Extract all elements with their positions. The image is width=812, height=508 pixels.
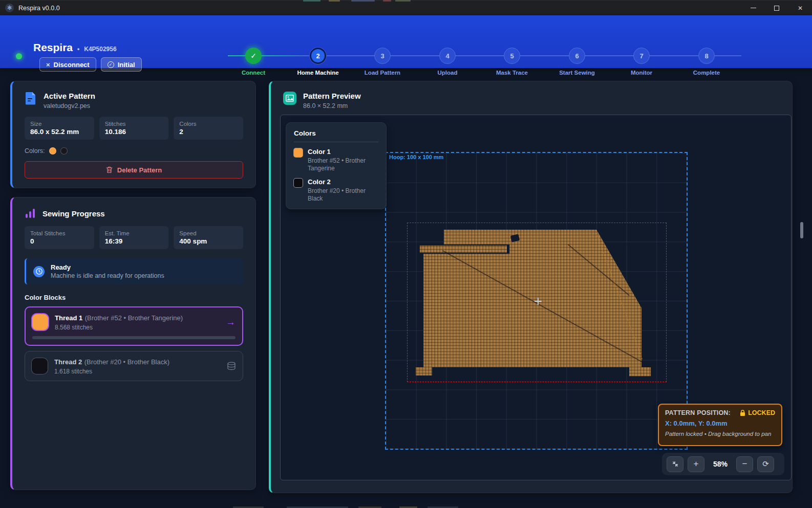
delete-pattern-label: Delete Pattern	[117, 166, 162, 174]
lock-icon	[740, 410, 745, 416]
step-mask-trace-circle[interactable]: 5	[504, 48, 520, 64]
thread-1-block[interactable]: Thread 1 (Brother #52 • Brother Tangerin…	[25, 306, 243, 346]
colors-legend: Colors Color 1 Brother #52 • Brother Tan…	[286, 122, 387, 209]
fit-view-button[interactable]	[667, 456, 683, 472]
stat-size-value: 86.0 x 52.2 mm	[30, 128, 89, 136]
serial-bullet: •	[77, 46, 79, 53]
background-window-sliver	[329, 0, 340, 2]
initial-button[interactable]: ✓ Initial	[101, 57, 142, 72]
active-pattern-filename: valetudogv2.pes	[44, 102, 95, 109]
stepper-line	[715, 55, 741, 56]
close-button[interactable]: ✕	[788, 1, 812, 16]
stat-colors-value: 2	[179, 128, 238, 136]
embroidery-pattern[interactable]	[415, 229, 652, 377]
step-start-sewing-label: Start Sewing	[544, 70, 610, 76]
page-scrollbar-thumb[interactable]	[800, 222, 803, 238]
badge-check-icon: ✓	[108, 61, 114, 68]
pattern-lock-hint: Pattern locked • Drag background to pan	[665, 431, 775, 437]
zoom-out-button[interactable]: −	[736, 456, 753, 472]
stepper-line	[456, 55, 504, 56]
minimize-button[interactable]	[741, 1, 765, 16]
locked-badge: LOCKED	[748, 409, 775, 416]
stat-total-stitches-value: 0	[30, 237, 89, 245]
step-connect-label: Connect	[220, 70, 287, 76]
legend-color-1-name: Color 1	[308, 148, 378, 156]
minimize-icon	[751, 8, 756, 8]
pattern-position-label: PATTERN POSITION:	[665, 409, 731, 416]
stat-stitches-value: 10.186	[105, 128, 163, 136]
thread-2-block[interactable]: Thread 2 (Brother #20 • Brother Black) 1…	[25, 351, 243, 381]
zoom-controls: + 58% − ⟳	[662, 453, 784, 475]
disconnect-button[interactable]: × Disconnect	[39, 57, 96, 72]
app-name: Respira	[33, 41, 73, 54]
pattern-coordinates: X: 0.0mm, Y: 0.0mm	[665, 419, 775, 427]
step-start-sewing-circle[interactable]: 6	[569, 48, 585, 64]
stat-size-label: Size	[30, 121, 89, 127]
reset-view-button[interactable]: ⟳	[757, 456, 774, 472]
maximize-icon	[774, 6, 779, 11]
respira-app-window: { "window": { "title": "Respira v0.0.0",…	[0, 0, 812, 508]
legend-color-2-description: Brother #20 • Brother Black	[308, 187, 378, 203]
bar-chart-icon	[25, 208, 36, 219]
disconnect-label: Disconnect	[54, 61, 90, 69]
clock-icon	[33, 266, 45, 277]
active-pattern-title: Active Pattern	[44, 92, 95, 100]
machine-serial: K4P502956	[84, 46, 116, 53]
image-icon	[283, 92, 296, 105]
step-upload-circle[interactable]: 4	[439, 48, 456, 64]
step-complete-label: Complete	[673, 70, 740, 76]
machine-status-box: Ready Machine is idle and ready for oper…	[25, 258, 243, 284]
legend-swatch-1	[294, 148, 303, 157]
machine-status-title: Ready	[51, 263, 164, 271]
thread-1-detail: (Brother #52 • Brother Tangerine)	[85, 314, 183, 322]
trash-icon	[106, 166, 113, 173]
step-complete-circle[interactable]: 8	[698, 48, 715, 64]
thread-1-swatch	[32, 314, 48, 330]
delete-pattern-button[interactable]: Delete Pattern	[25, 161, 243, 179]
step-load-pattern-circle[interactable]: 3	[374, 48, 391, 64]
pattern-preview-title: Pattern Preview	[303, 92, 361, 100]
hoop-label: Hoop: 100 x 100 mm	[389, 154, 443, 160]
sewing-progress-card: Sewing Progress Total Stitches 0 Est. Ti…	[10, 197, 256, 490]
stat-speed-value: 400 spm	[179, 237, 238, 245]
background-window-sliver	[303, 0, 320, 2]
stat-total-stitches: Total Stitches 0	[25, 226, 94, 249]
stat-stitches-label: Stitches	[105, 121, 163, 127]
pattern-preview-dimensions: 86.0 × 52.2 mm	[303, 102, 361, 109]
background-window-sliver	[351, 0, 375, 2]
stat-total-stitches-label: Total Stitches	[30, 230, 89, 236]
stat-est-time-value: 16:39	[105, 237, 163, 245]
window-title: Respira v0.0.0	[18, 5, 60, 12]
colors-legend-title: Colors	[294, 129, 378, 142]
zoom-in-button[interactable]: +	[688, 456, 704, 472]
step-home-machine-circle[interactable]: 2	[310, 48, 326, 64]
stepper-line	[585, 55, 633, 56]
thread-1-progress-bar	[32, 336, 236, 339]
arrow-right-icon[interactable]: →	[226, 317, 236, 328]
pattern-color-swatch-1	[49, 147, 56, 154]
title-bar: ✻ Respira v0.0.0 ✕	[0, 0, 812, 15]
stepper-line	[326, 55, 374, 56]
maximize-button[interactable]	[765, 1, 788, 16]
connection-status-dot	[16, 53, 22, 59]
zoom-level: 58%	[709, 460, 732, 468]
background-window-sliver	[395, 0, 411, 2]
stat-colors: Colors 2	[174, 117, 243, 140]
sewing-progress-title: Sewing Progress	[42, 209, 105, 218]
stepper-line	[520, 55, 569, 56]
stat-size: Size 86.0 x 52.2 mm	[25, 117, 94, 140]
stepper-line	[650, 55, 698, 56]
step-monitor-label: Monitor	[608, 70, 675, 76]
legend-item-color-1: Color 1 Brother #52 • Brother Tangerine	[294, 148, 378, 172]
stepper-line	[391, 55, 439, 56]
stat-colors-label: Colors	[179, 121, 238, 127]
step-connect-circle[interactable]: ✓	[245, 48, 262, 64]
thread-2-name: Thread 2	[54, 358, 82, 366]
background-window-sliver	[383, 0, 391, 2]
pattern-stitch-bar	[420, 246, 507, 253]
thread-2-stitches: 1.618 stitches	[54, 368, 169, 375]
stat-speed-label: Speed	[179, 230, 238, 236]
step-monitor-circle[interactable]: 7	[633, 48, 650, 64]
preview-canvas[interactable]: Hoop: 100 x 100 mm Colors Color 1 Brothe…	[280, 115, 792, 480]
colors-row-label: Colors:	[25, 147, 45, 154]
